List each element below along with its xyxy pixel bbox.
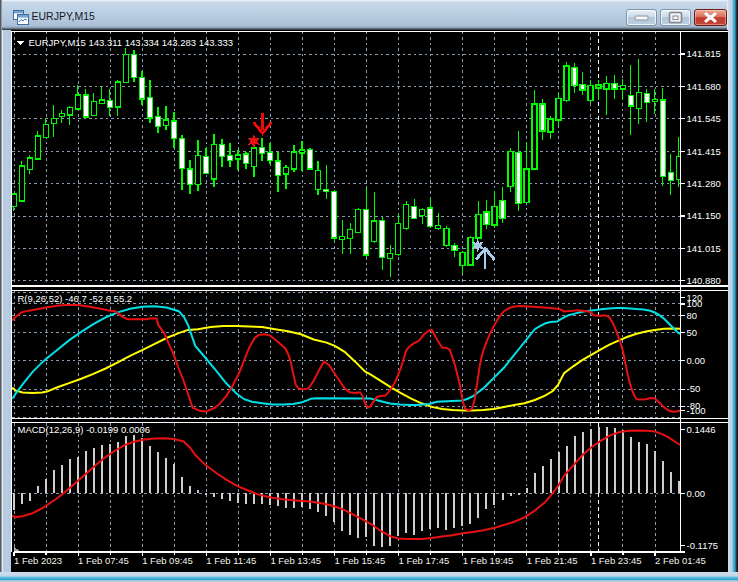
svg-text:1 Feb 13:45: 1 Feb 13:45	[270, 555, 321, 566]
svg-text:50: 50	[687, 327, 698, 338]
svg-text:1 Feb 17:45: 1 Feb 17:45	[399, 555, 450, 566]
svg-text:-100: -100	[687, 405, 706, 416]
svg-text:1 Feb 2023: 1 Feb 2023	[14, 555, 62, 566]
svg-text:0.00: 0.00	[687, 355, 706, 366]
svg-text:1 Feb 15:45: 1 Feb 15:45	[335, 555, 386, 566]
svg-text:141.680: 141.680	[687, 81, 721, 92]
svg-text:1 Feb 09:45: 1 Feb 09:45	[142, 555, 193, 566]
svg-text:0.00: 0.00	[687, 488, 706, 499]
svg-text:141.150: 141.150	[687, 210, 721, 221]
svg-text:100: 100	[687, 298, 703, 309]
svg-text:1 Feb 21:45: 1 Feb 21:45	[527, 555, 578, 566]
svg-text:141.815: 141.815	[687, 48, 721, 59]
svg-text:80: 80	[687, 310, 698, 321]
svg-text:1 Feb 07:45: 1 Feb 07:45	[78, 555, 129, 566]
svg-text:141.280: 141.280	[687, 178, 721, 189]
svg-text:EURJPY,M15 143.311 143.334 14: EURJPY,M15 143.311 143.334 143.283 143.3…	[29, 37, 234, 48]
svg-text:-0.1175: -0.1175	[687, 540, 719, 551]
svg-text:1 Feb 19:45: 1 Feb 19:45	[463, 555, 514, 566]
svg-text:R(9,26,52) -46.7 -52.6 55.2: R(9,26,52) -46.7 -52.6 55.2	[18, 293, 133, 304]
svg-text:MACD(12,26,9) -0.0199 0.0006: MACD(12,26,9) -0.0199 0.0006	[18, 424, 151, 435]
svg-text:2 Feb 01:45: 2 Feb 01:45	[655, 555, 706, 566]
svg-text:-50: -50	[687, 383, 701, 394]
svg-text:140.880: 140.880	[687, 275, 721, 286]
svg-text:1 Feb 23:45: 1 Feb 23:45	[591, 555, 642, 566]
svg-text:0.1446: 0.1446	[687, 424, 716, 435]
svg-text:141.545: 141.545	[687, 113, 721, 124]
svg-text:141.015: 141.015	[687, 243, 721, 254]
svg-text:141.415: 141.415	[687, 146, 721, 157]
svg-text:1 Feb 11:45: 1 Feb 11:45	[206, 555, 256, 566]
